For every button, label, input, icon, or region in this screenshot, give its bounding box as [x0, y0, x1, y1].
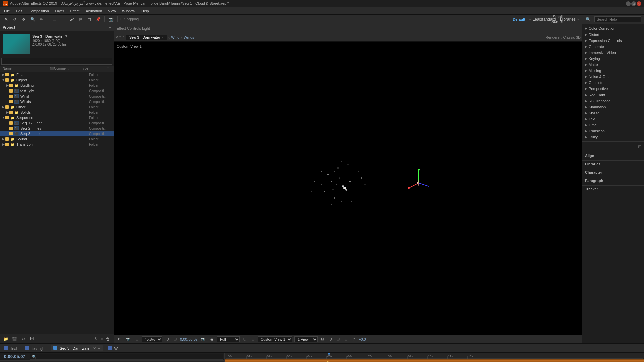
search-input[interactable] — [594, 16, 641, 22]
tree-item-seq1[interactable]: ⬛ Seq 1 - ...eet Compositi... — [0, 120, 114, 126]
toolbar-zoom[interactable]: 🔍 — [29, 16, 36, 23]
effect-red-giant[interactable]: ▶ Red Giant — [582, 92, 644, 98]
effect-stylize[interactable]: ▶ Stylize — [582, 110, 644, 116]
viewer-snap-btn[interactable]: ⊡ — [172, 336, 178, 342]
tree-item-wind[interactable]: ⬛ Wind Compositi... — [0, 94, 114, 99]
effect-color-correction[interactable]: ▶ Color Correction — [582, 25, 644, 32]
col-expand-icon[interactable]: ⊞ — [104, 67, 111, 71]
work-area-bar[interactable] — [225, 359, 644, 361]
viewer-flow-btn[interactable]: ⟳ — [117, 336, 122, 342]
workspace-more[interactable]: » — [574, 16, 582, 23]
comp-tab-menu-icon[interactable]: ≡ — [123, 35, 125, 39]
effect-rg-trapcode[interactable]: ▶ RG Trapcode — [582, 98, 644, 104]
effect-missing[interactable]: ▶ Missing — [582, 68, 644, 74]
viewer-3d-btn[interactable]: ⊞ — [134, 336, 140, 342]
toolbar-clone[interactable]: ⎘ — [77, 16, 84, 23]
menu-view[interactable]: View — [105, 8, 119, 14]
menu-edit[interactable]: Edit — [13, 8, 25, 14]
tree-arrow-object[interactable]: ▼ — [1, 78, 5, 82]
tab-menu-seq3[interactable]: ≡ — [98, 346, 100, 350]
viewer-safe-area-btn[interactable]: ⬡ — [242, 336, 248, 342]
tree-item-seq3[interactable]: ⬛ Seq 3 - ...ter Compositi... — [0, 131, 114, 136]
tree-item-sound[interactable]: ▶ 📁 Sound Folder — [0, 136, 114, 142]
tree-arrow-sequence[interactable]: ▼ — [1, 116, 5, 119]
effect-distort[interactable]: ▶ Distort — [582, 32, 644, 38]
effect-utility[interactable]: ▶ Utility — [582, 134, 644, 140]
toolbar-rotate[interactable]: ⟳ — [11, 16, 19, 23]
tree-item-transition[interactable]: ▶ 📁 Transition Folder — [0, 142, 114, 147]
effect-generate[interactable]: ▶ Generate — [582, 44, 644, 50]
col-sort-icon[interactable]: ⬛ — [50, 67, 54, 71]
workspace-libraries[interactable]: Libraries — [564, 16, 572, 23]
toolbar-eraser[interactable]: ◻ — [86, 16, 93, 23]
delete-btn[interactable]: 🗑 — [104, 335, 112, 343]
tree-item-buidling[interactable]: ▶ 📁 Buidling Folder — [0, 83, 114, 88]
menu-animation[interactable]: Animation — [83, 8, 105, 14]
effect-matte[interactable]: ▶ Matte — [582, 62, 644, 68]
viewer-cam-btn2[interactable]: 📷 — [200, 336, 207, 342]
toolbar-snap[interactable]: ⋮ — [141, 16, 149, 23]
comp-tab-close-icon[interactable]: ✕ — [115, 35, 118, 39]
breadcrumb-winds[interactable]: Winds — [184, 35, 194, 39]
viewer-preview-btn[interactable]: ⬡ — [327, 336, 333, 342]
effect-time[interactable]: ▶ Time — [582, 122, 644, 128]
tree-item-seq2[interactable]: ⬛ Seq 2 - ...ies Compositi... — [0, 126, 114, 131]
project-panel-menu[interactable]: ≡ — [109, 25, 111, 29]
menu-composition[interactable]: Composition — [26, 8, 52, 14]
maximize-button[interactable]: □ — [631, 1, 636, 6]
camera-view-select[interactable]: Custom View 1 Active Camera — [258, 336, 292, 342]
tree-item-final[interactable]: ▶ 📁 Final Folder — [0, 72, 114, 77]
tree-item-object[interactable]: ▼ 📁 Object Folder — [0, 77, 114, 83]
tree-arrow-buidling[interactable]: ▶ — [5, 84, 9, 87]
menu-layer[interactable]: Layer — [52, 8, 67, 14]
tree-arrow-other[interactable]: ▶ — [1, 105, 5, 109]
toolbar-text[interactable]: T — [59, 16, 67, 23]
viewer-motion-blur-btn[interactable]: ⊡ — [335, 336, 341, 342]
window-controls[interactable]: ─ □ ✕ — [626, 1, 641, 6]
close-button[interactable]: ✕ — [637, 1, 641, 6]
view-count-select[interactable]: 1 View 2 Views — [294, 336, 318, 342]
toolbar-shape[interactable]: ▭ — [51, 16, 58, 23]
workspace-default[interactable]: Default — [513, 17, 525, 21]
zoom-select[interactable]: 45.8% 50% 100% — [142, 336, 162, 342]
workspace-standard[interactable]: Standard — [544, 16, 551, 23]
tree-item-winds[interactable]: ⬛ Winds Compositi... — [0, 99, 114, 104]
comp-tab-menu[interactable]: ≡ — [161, 36, 163, 39]
tree-item-testlight[interactable]: ⬛ test light Compositi... — [0, 88, 114, 94]
comp-tab-seq3[interactable]: Seq 3 - Dam water ≡ — [126, 35, 167, 40]
tab-close-seq3[interactable]: ✕ — [93, 346, 96, 350]
effect-immersive-video[interactable]: ▶ Immersive Video — [582, 50, 644, 56]
effect-transition[interactable]: ▶ Transition — [582, 128, 644, 134]
breadcrumb-wind[interactable]: Wind — [171, 35, 179, 39]
interpret-footage-btn[interactable]: 🎞 — [28, 335, 36, 343]
viewer-fit-btn[interactable]: ⬡ — [164, 336, 170, 342]
timeline-tab-testlight[interactable]: test light — [22, 345, 48, 351]
comp-tab-lock-icon[interactable]: ≡ — [119, 35, 121, 39]
tl-search-input[interactable] — [30, 354, 223, 360]
new-folder-btn[interactable]: 📁 — [2, 335, 9, 343]
tree-arrow-sound[interactable]: ▶ — [1, 137, 5, 141]
timeline-tab-wind[interactable]: Wind — [105, 345, 125, 351]
quality-select[interactable]: Full Half Quarter — [217, 336, 240, 342]
viewer-camera-btn[interactable]: 📷 — [124, 336, 132, 342]
effect-obsolete[interactable]: ▶ Obsolete — [582, 80, 644, 86]
menu-window[interactable]: Window — [119, 8, 138, 14]
tree-item-solids[interactable]: ▶ 📁 Solids Folder — [0, 110, 114, 115]
effects-resize-handle[interactable]: ⊡ — [582, 143, 644, 150]
effect-expression-controls[interactable]: ▶ Expression Controls — [582, 38, 644, 44]
viewer-grid-btn[interactable]: ⊞ — [250, 336, 256, 342]
tree-item-other[interactable]: ▶ 📁 Other Folder — [0, 104, 114, 110]
effect-text[interactable]: ▶ Text — [582, 116, 644, 122]
tree-arrow-final[interactable]: ▶ — [1, 73, 5, 76]
comp-dropdown-arrow[interactable]: ▾ — [65, 34, 67, 38]
minimize-button[interactable]: ─ — [626, 1, 631, 6]
menu-help[interactable]: Help — [139, 8, 152, 14]
toolbar-brush[interactable]: 🖌 — [68, 16, 75, 23]
viewer-more-btn[interactable]: ⊡ — [320, 336, 325, 342]
menu-effect[interactable]: Effect — [67, 8, 82, 14]
viewer-fast-preview-btn[interactable]: ⊞ — [343, 336, 349, 342]
toolbar-pen[interactable]: ✏ — [38, 16, 45, 23]
tree-arrow-transition[interactable]: ▶ — [1, 143, 5, 146]
effect-noise-grain[interactable]: ▶ Noise & Grain — [582, 74, 644, 80]
toolbar-camera[interactable]: 📷 — [107, 16, 115, 23]
